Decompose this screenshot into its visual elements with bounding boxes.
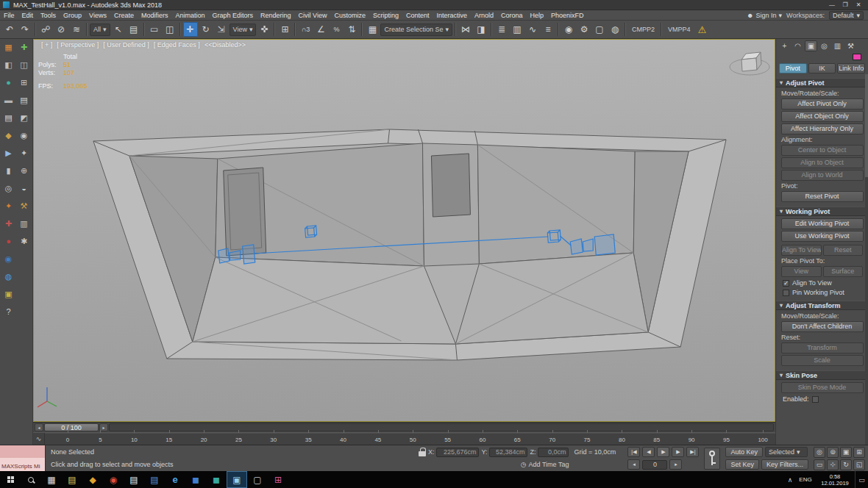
- menu-item[interactable]: Arnold: [471, 12, 497, 19]
- reference-coordinate-dropdown[interactable]: View ▾: [230, 24, 257, 36]
- set-keys-button[interactable]: [704, 448, 720, 470]
- sign-in-button[interactable]: ☻ Sign In ▾: [747, 12, 782, 19]
- left-toolbar-icon[interactable]: ⊞: [18, 76, 31, 88]
- auto-key-button[interactable]: Auto Key: [725, 447, 763, 457]
- notification-center-icon[interactable]: ▭: [855, 471, 868, 488]
- mirror-icon[interactable]: ⋈: [458, 22, 473, 37]
- render-production-icon[interactable]: ◍: [608, 22, 622, 37]
- clock[interactable]: 0:58 12.01.2019: [815, 473, 855, 487]
- set-key-button[interactable]: Set Key: [725, 459, 759, 470]
- left-toolbar-icon[interactable]: ◧: [2, 59, 15, 71]
- left-toolbar-icon[interactable]: ▮: [2, 165, 15, 176]
- left-toolbar-icon[interactable]: ▤: [2, 112, 15, 123]
- command-panel-tab[interactable]: +: [778, 40, 791, 51]
- tray-show-hidden-icon[interactable]: ∧: [784, 476, 796, 484]
- left-toolbar-icon[interactable]: ●: [2, 76, 15, 88]
- menu-item[interactable]: Customize: [330, 12, 369, 19]
- object-color-swatch[interactable]: [853, 54, 861, 60]
- render-setup-icon[interactable]: ⚙: [577, 22, 591, 37]
- left-toolbar-icon[interactable]: ◆: [2, 129, 15, 141]
- command-panel-tab[interactable]: ▥: [831, 40, 844, 51]
- transform-button[interactable]: Transform: [781, 342, 864, 354]
- coord-z-field[interactable]: 0,0cm: [538, 448, 569, 457]
- search-button[interactable]: [21, 471, 41, 488]
- pan-icon[interactable]: ⊹: [827, 459, 839, 470]
- align-to-object-button[interactable]: Align to Object: [781, 157, 864, 168]
- workspaces-dropdown[interactable]: Default ▾: [829, 11, 864, 20]
- menu-item[interactable]: Views: [85, 12, 110, 19]
- previous-frame-button[interactable]: ◀: [642, 447, 655, 457]
- align-to-world-button[interactable]: Align to World: [781, 170, 864, 181]
- maxscript-mini-listener[interactable]: MAXScripts Mi: [0, 445, 46, 471]
- key-selection-dropdown[interactable]: Selected ▾: [765, 447, 808, 457]
- restore-button[interactable]: ❐: [839, 0, 852, 10]
- taskbar-app-icon[interactable]: ◼: [206, 471, 227, 488]
- left-toolbar-icon[interactable]: ▣: [2, 288, 15, 300]
- named-selection-sets-icon[interactable]: ▦: [365, 22, 380, 37]
- panel-scrollbar[interactable]: [865, 74, 868, 445]
- left-toolbar-icon[interactable]: ●: [2, 235, 15, 247]
- edit-working-pivot-button[interactable]: Edit Working Pivot: [781, 218, 864, 229]
- menu-item[interactable]: File: [0, 12, 18, 19]
- selection-lock-icon[interactable]: [419, 448, 426, 456]
- align-icon[interactable]: ◨: [474, 22, 488, 37]
- rollout-header[interactable]: ▾ Adjust Pivot: [776, 78, 868, 87]
- time-slider-prev-icon[interactable]: ◂: [35, 423, 43, 431]
- taskbar-app-icon[interactable]: ▤: [124, 471, 144, 488]
- time-slider-handle[interactable]: 0 / 100: [44, 423, 99, 431]
- menu-item[interactable]: Interactive: [433, 12, 471, 19]
- perspective-viewport[interactable]: [ + ] [ Perspective ] [ User Defined ] […: [33, 39, 775, 422]
- language-indicator[interactable]: ENG: [796, 476, 815, 483]
- viewport-shading-label[interactable]: [ Edged Faces ]: [154, 41, 200, 49]
- select-and-move-icon[interactable]: ✛: [183, 22, 198, 37]
- left-toolbar-icon[interactable]: ◎: [2, 182, 15, 194]
- menu-item[interactable]: Animation: [171, 12, 208, 19]
- schematic-view-icon[interactable]: ≡: [541, 22, 555, 37]
- bind-to-spacewarp-icon[interactable]: ≋: [69, 22, 84, 37]
- close-button[interactable]: ✕: [852, 0, 865, 10]
- mini-curve-editor-icon[interactable]: ∿: [33, 433, 45, 445]
- track-bar-ruler[interactable]: 0510152025303540455055606570758085909510…: [45, 433, 775, 445]
- left-toolbar-icon[interactable]: ?: [2, 306, 15, 317]
- menu-item[interactable]: Graph Editors: [208, 12, 257, 19]
- taskbar-app-icon[interactable]: e: [165, 471, 185, 488]
- select-and-manipulate-icon[interactable]: ✜: [257, 22, 271, 37]
- start-button[interactable]: [0, 471, 21, 488]
- left-toolbar-icon[interactable]: ◒: [18, 182, 31, 194]
- menu-item[interactable]: Tools: [37, 12, 60, 19]
- taskbar-app-icon[interactable]: ▣: [227, 471, 247, 488]
- affect-object-only-button[interactable]: Affect Object Only: [781, 111, 864, 122]
- view-cube[interactable]: [730, 52, 769, 75]
- maximize-viewport-icon[interactable]: ◱: [853, 459, 865, 470]
- time-slider-track[interactable]: [109, 423, 774, 431]
- go-to-end-button[interactable]: ▶|: [686, 447, 699, 457]
- viewport-canvas[interactable]: [34, 40, 775, 421]
- material-editor-icon[interactable]: ◉: [561, 22, 576, 37]
- pin-working-pivot-checkbox[interactable]: Pin Working Pivot: [776, 287, 868, 296]
- command-panel-tab[interactable]: ◠: [791, 40, 804, 51]
- viewport-menu-plus[interactable]: [ + ]: [41, 41, 52, 49]
- unlink-selection-icon[interactable]: ⊘: [54, 22, 68, 37]
- taskbar-app-icon[interactable]: ▤: [62, 471, 82, 488]
- angle-snap-icon[interactable]: ∠: [313, 22, 328, 37]
- skin-pose-enabled-checkbox[interactable]: Enabled:: [776, 393, 868, 403]
- left-toolbar-icon[interactable]: ▦: [2, 41, 15, 53]
- minimize-button[interactable]: —: [825, 0, 839, 10]
- rollout-header[interactable]: ▾ Skin Pose: [776, 370, 868, 380]
- spinner-snap-icon[interactable]: ⇅: [344, 22, 359, 37]
- reset-button[interactable]: Reset: [823, 245, 864, 256]
- zoom-region-icon[interactable]: ▭: [814, 459, 825, 470]
- rendered-frame-window-icon[interactable]: ▢: [592, 22, 607, 37]
- warning-icon[interactable]: ⚠: [695, 22, 710, 37]
- task-view-button[interactable]: ▦: [41, 471, 62, 488]
- use-working-pivot-button[interactable]: Use Working Pivot: [781, 231, 864, 242]
- command-panel-tab[interactable]: ▣: [805, 40, 817, 51]
- undo-icon[interactable]: ↶: [2, 22, 17, 37]
- left-toolbar-icon[interactable]: ◉: [18, 129, 31, 141]
- selection-filter-dropdown[interactable]: All ▾: [90, 24, 110, 36]
- viewport-user-label[interactable]: [ User Defined ]: [103, 41, 149, 49]
- menu-item[interactable]: Group: [60, 12, 85, 19]
- selection-region-icon[interactable]: ▭: [147, 22, 162, 37]
- menu-item[interactable]: Help: [527, 12, 548, 19]
- left-toolbar-icon[interactable]: ◫: [18, 59, 31, 71]
